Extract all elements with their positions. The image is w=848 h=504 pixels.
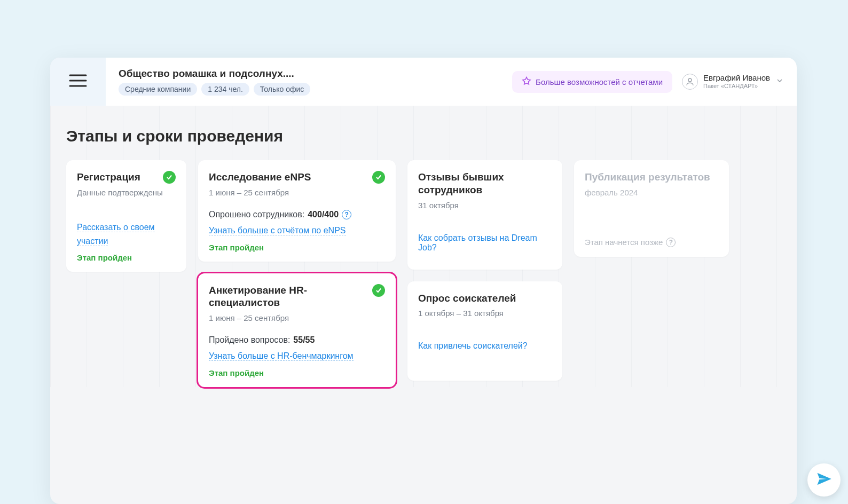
column-1: Регистрация Данные подтверждены Рассказа… xyxy=(66,160,186,272)
hamburger-icon xyxy=(69,73,87,90)
app-window: Общество ромашка и подсолнух.... Средние… xyxy=(50,58,797,504)
card-subtitle: 1 октября – 31 октября xyxy=(418,309,552,318)
metric-label: Опрошено сотрудников: xyxy=(209,210,304,219)
card-former-employees[interactable]: Отзывы бывших сотрудников 31 октября Как… xyxy=(407,160,562,270)
metric-value: 55/55 xyxy=(293,335,315,345)
metric-value: 400/400 xyxy=(308,210,339,219)
metric-row: Опрошено сотрудников: 400/400 ? xyxy=(209,210,385,219)
card-enps[interactable]: Исследование eNPS 1 июня – 25 сентября О… xyxy=(198,160,396,262)
send-fab[interactable] xyxy=(807,463,841,497)
check-icon xyxy=(372,284,385,297)
chip-company-size[interactable]: Средние компании xyxy=(119,83,197,96)
star-icon xyxy=(522,76,531,88)
header-right: Больше возможностей с отчетами Евграфий … xyxy=(512,71,784,93)
content: Этапы и сроки проведения Регистрация Дан… xyxy=(50,106,797,387)
card-title: Отзывы бывших сотрудников xyxy=(418,171,552,196)
status-later: Этап начнется позже ? xyxy=(585,238,718,247)
card-registration[interactable]: Регистрация Данные подтверждены Рассказа… xyxy=(66,160,186,272)
card-publication[interactable]: Публикация результатов февраль 2024 Этап… xyxy=(574,160,729,257)
card-title: Опрос соискателей xyxy=(418,292,516,305)
card-candidates-poll[interactable]: Опрос соискателей 1 октября – 31 октября… xyxy=(407,281,562,381)
card-subtitle: 1 июня – 25 сентября xyxy=(209,188,385,197)
user-name: Евграфий Иванов xyxy=(703,73,770,83)
cards-grid: Регистрация Данные подтверждены Рассказа… xyxy=(66,160,781,387)
help-icon[interactable]: ? xyxy=(666,238,676,247)
user-menu[interactable]: Евграфий Иванов Пакет «СТАНДАРТ» xyxy=(682,73,784,90)
org-title: Общество ромашка и подсолнух.... xyxy=(119,68,310,80)
link-attract-candidates[interactable]: Как привлечь соискателей? xyxy=(418,341,528,350)
paper-plane-icon xyxy=(816,471,832,489)
user-text: Евграфий Иванов Пакет «СТАНДАРТ» xyxy=(703,73,770,90)
card-title: Анкетирование HR-специалистов xyxy=(209,284,368,310)
link-hr-benchmark[interactable]: Узнать больше с HR-бенчмаркингом xyxy=(209,351,354,361)
card-title: Исследование eNPS xyxy=(209,171,311,184)
status-done: Этап пройден xyxy=(209,243,385,252)
menu-button[interactable] xyxy=(50,58,106,106)
card-subtitle: 1 июня – 25 сентября xyxy=(209,313,385,322)
card-subtitle: 31 октября xyxy=(418,201,552,210)
topbar: Общество ромашка и подсолнух.... Средние… xyxy=(50,58,797,106)
card-subtitle: февраль 2024 xyxy=(585,188,718,197)
avatar-icon xyxy=(682,74,698,90)
link-share-participation[interactable]: Рассказать о своем участии xyxy=(77,223,155,246)
metric-row: Пройдено вопросов: 55/55 xyxy=(209,335,385,345)
column-4: Публикация результатов февраль 2024 Этап… xyxy=(574,160,729,257)
status-done: Этап пройден xyxy=(77,253,176,262)
card-title: Регистрация xyxy=(77,171,140,184)
page-title: Этапы и сроки проведения xyxy=(66,127,781,145)
chip-headcount[interactable]: 1 234 чел. xyxy=(201,83,249,96)
status-later-text: Этап начнется позже xyxy=(585,238,663,247)
promo-banner[interactable]: Больше возможностей с отчетами xyxy=(512,71,672,93)
link-dream-job[interactable]: Как собрать отзывы на Dream Job? xyxy=(418,233,537,252)
check-icon xyxy=(372,171,385,184)
help-icon[interactable]: ? xyxy=(342,210,351,219)
status-done: Этап пройден xyxy=(209,368,385,377)
chip-row: Средние компании 1 234 чел. Только офис xyxy=(119,83,310,96)
link-enps-report[interactable]: Узнать больше с отчётом по eNPS xyxy=(209,226,346,235)
promo-text: Больше возможностей с отчетами xyxy=(536,77,663,86)
check-icon xyxy=(163,171,176,184)
card-subtitle: Данные подтверждены xyxy=(77,188,176,197)
header-left: Общество ромашка и подсолнух.... Средние… xyxy=(119,68,310,96)
metric-label: Пройдено вопросов: xyxy=(209,335,290,345)
card-title: Публикация результатов xyxy=(585,171,710,184)
column-3: Отзывы бывших сотрудников 31 октября Как… xyxy=(407,160,562,381)
chip-work-mode[interactable]: Только офис xyxy=(254,83,310,96)
svg-point-0 xyxy=(688,78,692,82)
column-2: Исследование eNPS 1 июня – 25 сентября О… xyxy=(198,160,396,387)
chevron-down-icon xyxy=(775,76,784,87)
header: Общество ромашка и подсолнух.... Средние… xyxy=(106,58,797,106)
card-hr-survey[interactable]: Анкетирование HR-специалистов 1 июня – 2… xyxy=(198,273,396,387)
user-plan: Пакет «СТАНДАРТ» xyxy=(703,83,770,90)
